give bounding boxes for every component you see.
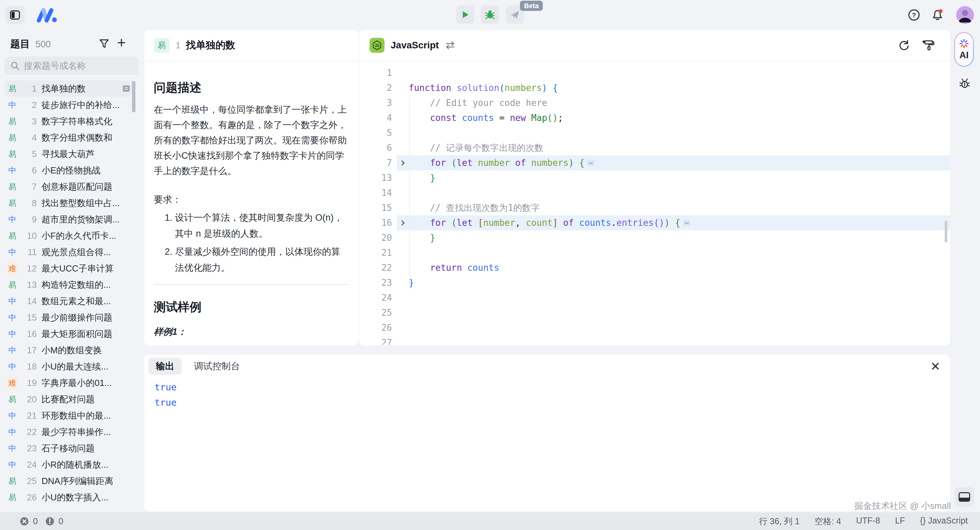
difficulty-badge: 中 bbox=[5, 312, 20, 323]
problem-list-item[interactable]: 中22最少字符串操作... bbox=[5, 424, 135, 440]
output-tab[interactable]: 输出 bbox=[148, 358, 182, 375]
editor-scrollbar[interactable] bbox=[945, 221, 947, 243]
problem-title: 创意标题匹配问题 bbox=[41, 181, 135, 193]
code-line[interactable]: 14 bbox=[360, 185, 950, 200]
problem-list-item[interactable]: 中23石子移动问题 bbox=[5, 440, 135, 457]
problem-title: 找出整型数组中占... bbox=[41, 197, 135, 209]
app-window: Beta ? bbox=[0, 0, 980, 530]
code-line[interactable]: 24 bbox=[360, 290, 950, 305]
problem-list-item[interactable]: 易8找出整型数组中占... bbox=[5, 195, 135, 211]
notifications-icon[interactable] bbox=[930, 8, 944, 23]
code-line[interactable]: 26 bbox=[360, 320, 950, 335]
debug-button[interactable] bbox=[481, 5, 499, 24]
difficulty-badge: 易 bbox=[5, 198, 20, 208]
line-number: 27 bbox=[360, 335, 392, 345]
problem-list-item[interactable]: 中9超市里的货物架调... bbox=[5, 211, 135, 228]
folded-code-indicator[interactable]: ⋯ bbox=[587, 160, 595, 166]
status-item[interactable]: 空格: 4 bbox=[815, 516, 841, 527]
user-avatar[interactable] bbox=[956, 6, 974, 24]
problem-number: 12 bbox=[20, 263, 37, 274]
warnings-count: 0 bbox=[59, 516, 63, 526]
code-line[interactable]: 23} bbox=[360, 275, 950, 290]
code-line[interactable]: 16 for (let [number, count] of counts.en… bbox=[360, 215, 950, 230]
problem-list-item[interactable]: 易3数字字符串格式化 bbox=[5, 113, 135, 129]
problem-list-item[interactable]: 易26小U的数字插入... bbox=[5, 489, 135, 506]
status-item[interactable]: {} JavaScript bbox=[920, 516, 968, 527]
problem-title: 数组元素之和最... bbox=[41, 295, 135, 307]
status-item[interactable]: 行 36, 列 1 bbox=[759, 516, 800, 527]
add-problem-button[interactable]: + bbox=[117, 34, 126, 51]
problem-list-item[interactable]: 易25DNA序列编辑距离 bbox=[5, 473, 135, 489]
problem-number: 20 bbox=[20, 394, 37, 405]
marscode-logo[interactable] bbox=[35, 8, 57, 23]
problem-list-item[interactable]: 难19字典序最小的01... bbox=[5, 375, 135, 391]
code-line[interactable]: 4 const counts = new Map(); bbox=[360, 110, 950, 125]
status-item[interactable]: UTF-8 bbox=[856, 516, 880, 527]
problem-list-item[interactable]: 中15最少前缀操作问题 bbox=[5, 309, 135, 326]
difficulty-badge: 中 bbox=[5, 247, 20, 257]
switch-language-icon[interactable] bbox=[445, 41, 455, 50]
code-line[interactable]: 7 for (let number of numbers) {⋯ bbox=[360, 155, 950, 170]
problem-number: 24 bbox=[20, 460, 37, 470]
problem-list-item[interactable]: 中16最大矩形面积问题 bbox=[5, 326, 135, 342]
code-line[interactable]: 20 } bbox=[360, 230, 950, 245]
problem-list-item[interactable]: 易10小F的永久代币卡... bbox=[5, 228, 135, 244]
indent-guide bbox=[409, 95, 410, 289]
code-editor[interactable]: 12function solution(numbers) {3 // Edit … bbox=[360, 63, 950, 345]
close-panel-icon[interactable] bbox=[931, 362, 940, 372]
code-line[interactable]: 15 // 查找出现次数为1的数字 bbox=[360, 200, 950, 215]
editor-header: JS JavaScript bbox=[360, 30, 950, 61]
problem-list-item[interactable]: 中11观光景点组合得... bbox=[5, 244, 135, 260]
sidebar-scrollbar[interactable] bbox=[132, 81, 135, 112]
code-line[interactable]: 3 // Edit your code here bbox=[360, 95, 950, 110]
line-number: 25 bbox=[360, 305, 392, 320]
status-right[interactable]: 行 36, 列 1空格: 4UTF-8LF{} JavaScript bbox=[759, 516, 968, 527]
problem-list-item[interactable]: 中14数组元素之和最... bbox=[5, 293, 135, 309]
fold-chevron-icon[interactable] bbox=[399, 160, 405, 166]
problem-list-item[interactable]: 易4数字分组求偶数和 bbox=[5, 129, 135, 146]
problem-list-item[interactable]: 中17小M的数组变换 bbox=[5, 342, 135, 358]
code-line[interactable]: 27 bbox=[360, 335, 950, 345]
problem-list-item[interactable]: 易13构造特定数组的... bbox=[5, 276, 135, 293]
sidebar-toggle-button[interactable] bbox=[5, 6, 24, 24]
output-tab[interactable]: 调试控制台 bbox=[186, 358, 247, 375]
code-line[interactable]: 13 } bbox=[360, 170, 950, 185]
code-line[interactable]: 1 bbox=[360, 65, 950, 80]
format-code-icon[interactable] bbox=[921, 39, 934, 51]
folded-code-indicator[interactable]: ⋯ bbox=[683, 219, 690, 226]
code-line[interactable]: 21 bbox=[360, 245, 950, 260]
run-button[interactable] bbox=[456, 5, 474, 24]
output-panel: 输出调试控制台 truetrue bbox=[144, 355, 950, 511]
toggle-bottom-panel-button[interactable] bbox=[955, 487, 974, 507]
problem-list-item[interactable]: 中24小R的随机播放... bbox=[5, 457, 135, 473]
problems-status[interactable]: 0 0 bbox=[20, 516, 63, 526]
description-text: 在一个班级中，每位同学都拿到了一张卡片，上面有一个整数。有趣的是，除了一个数字之… bbox=[154, 102, 352, 179]
status-item[interactable]: LF bbox=[895, 516, 905, 527]
help-icon[interactable]: ? bbox=[908, 9, 920, 22]
line-number: 21 bbox=[360, 245, 392, 260]
problem-list-item[interactable]: 中2徒步旅行中的补给... bbox=[5, 97, 135, 113]
problem-list-item[interactable]: 中18小U的最大连续... bbox=[5, 358, 135, 375]
problem-list-item[interactable]: 易20比赛配对问题 bbox=[5, 391, 135, 407]
problem-list-item[interactable]: 易1找单独的数 bbox=[5, 80, 135, 97]
problem-list-item[interactable]: 易7创意标题匹配问题 bbox=[5, 179, 135, 195]
fold-chevron-icon[interactable] bbox=[399, 220, 405, 225]
code-line[interactable]: 6 // 记录每个数字出现的次数 bbox=[360, 140, 950, 155]
search-box[interactable]: 搜索题号或名称 bbox=[5, 57, 138, 75]
problem-number: 10 bbox=[20, 231, 37, 241]
code-line[interactable]: 22 return counts bbox=[360, 260, 950, 275]
reset-code-icon[interactable] bbox=[898, 39, 910, 51]
code-line[interactable]: 2function solution(numbers) { bbox=[360, 80, 950, 95]
code-line[interactable]: 5 bbox=[360, 125, 950, 140]
problem-list-item[interactable]: 易5寻找最大葫芦 bbox=[5, 146, 135, 162]
ai-assistant-button[interactable]: AI bbox=[954, 32, 974, 67]
problem-list-item[interactable]: 难12最大UCC子串计算 bbox=[5, 260, 135, 276]
line-number: 4 bbox=[360, 110, 392, 125]
code-line[interactable]: 25 bbox=[360, 305, 950, 320]
problem-number: 9 bbox=[20, 214, 37, 225]
problem-list-item[interactable]: 中21环形数组中的最... bbox=[5, 407, 135, 424]
line-number: 14 bbox=[360, 185, 392, 200]
issues-bug-icon[interactable] bbox=[959, 78, 970, 91]
filter-icon[interactable] bbox=[99, 38, 110, 50]
problem-list-item[interactable]: 中6小E的怪物挑战 bbox=[5, 162, 135, 179]
